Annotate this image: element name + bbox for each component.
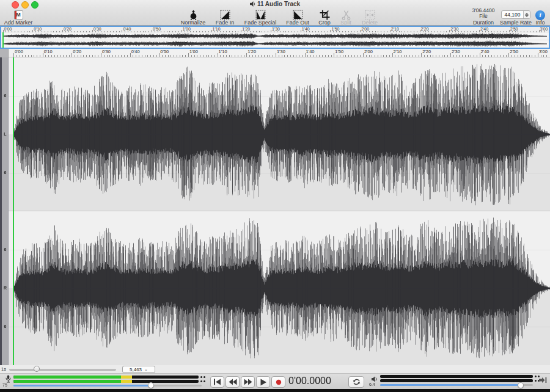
meter-yellow-segment — [121, 376, 132, 379]
ruler-tick — [226, 55, 227, 57]
overview-strip[interactable]: 0'000'100'200'300'400'501'001'101'201'30… — [0, 26, 550, 49]
fade-in-button[interactable]: Fade In — [213, 9, 237, 26]
zoom-slider[interactable] — [9, 369, 116, 371]
ruler-tick — [66, 55, 67, 57]
input-clip-led — [200, 376, 202, 378]
fade-special-icon — [255, 10, 266, 20]
ruler-tick — [497, 55, 497, 57]
ruler-tick — [78, 55, 78, 57]
skip-to-end-icon[interactable] — [539, 377, 547, 383]
ruler-tick — [276, 53, 276, 57]
ruler-tick — [447, 55, 448, 57]
ruler-tick — [191, 55, 192, 57]
go-to-start-button[interactable] — [210, 376, 224, 388]
ruler-tick — [182, 55, 183, 57]
waveform-area[interactable] — [9, 57, 550, 365]
ruler-tick — [220, 55, 221, 57]
zoom-slider-thumb[interactable] — [34, 366, 40, 372]
ruler-tick — [541, 55, 541, 57]
playhead-cursor[interactable] — [13, 57, 14, 365]
ruler-tick — [310, 55, 311, 57]
add-marker-button[interactable]: M Add Marker — [2, 9, 34, 26]
ruler-tick — [433, 55, 433, 57]
ruler-tick — [101, 53, 101, 57]
ruler-tick — [130, 53, 131, 57]
ruler-tick — [83, 55, 84, 57]
waveform-canvas[interactable] — [9, 57, 550, 365]
transport-bar: 75 0'00.0000 — [0, 374, 550, 389]
ruler-tick — [535, 55, 535, 57]
ruler-tick — [482, 55, 483, 57]
fast-forward-button[interactable] — [241, 376, 255, 388]
ruler-tick — [156, 55, 157, 57]
ruler-tick — [165, 55, 166, 57]
time-label: 1'40 — [306, 49, 315, 54]
rewind-button[interactable] — [226, 376, 240, 388]
ruler-tick — [116, 55, 116, 57]
output-meter-left — [380, 375, 533, 378]
db-line — [9, 96, 550, 96]
overview-waveform[interactable] — [1, 32, 549, 48]
ruler-tick — [296, 55, 296, 57]
sample-rate-stepper[interactable]: 44,100 — [501, 10, 530, 19]
info-icon: i — [535, 10, 545, 20]
ruler-tick — [185, 55, 186, 57]
ruler-tick — [145, 55, 145, 57]
ruler-tick — [360, 55, 361, 57]
ruler-tick — [142, 55, 142, 57]
time-label: 2'00 — [364, 49, 373, 54]
input-volume-thumb[interactable] — [148, 382, 154, 388]
ruler-tick — [456, 55, 457, 57]
meter-green-segment — [13, 376, 121, 379]
ruler-tick — [421, 53, 422, 57]
ruler-tick — [494, 55, 494, 57]
ruler-tick — [150, 55, 151, 57]
overview-playhead[interactable] — [2, 32, 4, 48]
ruler-tick — [98, 55, 98, 57]
info-button[interactable]: i Info — [532, 9, 549, 26]
output-volume-thumb[interactable] — [518, 382, 524, 388]
loop-button[interactable] — [348, 376, 364, 388]
input-gain-value: 75 — [2, 383, 7, 387]
stepper-arrows-icon[interactable] — [523, 11, 530, 18]
ruler-tick — [267, 55, 268, 57]
ruler-tick — [462, 55, 463, 57]
crop-label: Crop — [318, 20, 331, 26]
time-ruler[interactable]: 0'000'100'200'300'400'501'001'101'201'30… — [9, 49, 550, 57]
overview-ruler[interactable]: 0'000'100'200'300'400'501'001'101'201'30… — [1, 27, 549, 32]
ruler-tick — [43, 53, 43, 57]
fade-out-button[interactable]: Fade Out — [284, 9, 312, 26]
title-bar: 11 Audio Track — [0, 0, 550, 9]
ruler-tick — [328, 55, 329, 57]
add-marker-label: Add Marker — [4, 20, 33, 26]
ruler-tick — [409, 55, 410, 57]
ruler-tick — [319, 55, 320, 57]
ruler-tick — [162, 55, 163, 57]
ruler-tick — [136, 55, 136, 57]
ruler-tick — [229, 55, 230, 57]
zoom-value: 5,463 — [130, 367, 142, 372]
ruler-tick — [31, 55, 32, 57]
ruler-tick — [424, 55, 425, 57]
ruler-tick — [127, 55, 128, 57]
time-label: 1'20 — [248, 49, 256, 54]
play-button[interactable] — [256, 376, 270, 388]
ruler-tick — [546, 55, 547, 57]
input-clip-led — [200, 380, 202, 382]
zoom-value-dropdown[interactable]: 5,463 ⌄ — [122, 366, 155, 373]
ruler-unit-label[interactable]: 1s — [1, 366, 6, 372]
ruler-tick — [92, 55, 93, 57]
crop-button[interactable]: Crop — [315, 9, 334, 26]
ruler-tick — [57, 55, 58, 57]
ruler-tick — [197, 55, 197, 57]
ruler-tick — [170, 55, 171, 57]
time-label: 2'30 — [452, 49, 460, 54]
ruler-tick — [174, 55, 174, 57]
ruler-tick — [532, 55, 532, 57]
normalize-button[interactable]: Normalize — [177, 9, 209, 26]
fade-special-button[interactable]: Fade Special — [241, 9, 280, 26]
duration-label: Duration — [473, 20, 494, 26]
ruler-tick — [468, 55, 469, 57]
time-label: 0'20 — [73, 49, 81, 54]
ruler-tick — [25, 55, 26, 57]
